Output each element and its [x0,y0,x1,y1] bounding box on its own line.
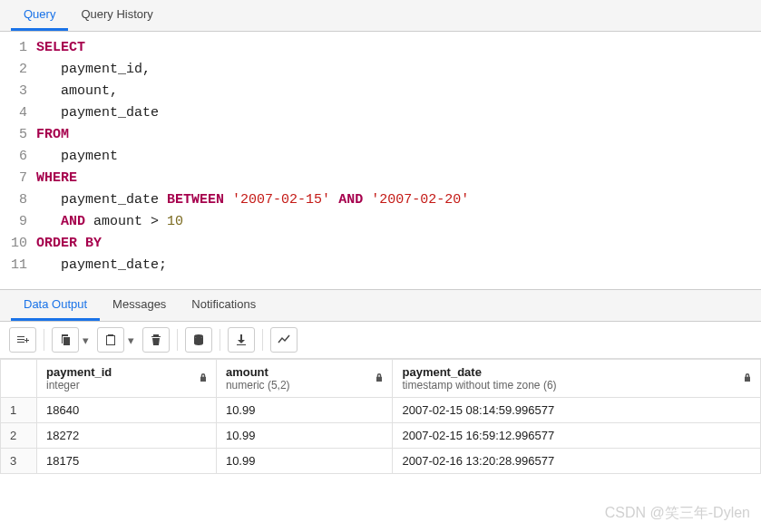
tab-query-history[interactable]: Query History [68,0,165,31]
row-number: 1 [1,398,37,423]
cell-payment_id[interactable]: 18640 [37,398,217,423]
results-header-row: payment_idintegeramountnumeric (5,2)paym… [1,360,761,398]
paste-button[interactable] [97,327,124,353]
code-area[interactable]: SELECT payment_id, amount, payment_dateF… [36,37,761,276]
download-icon [234,333,249,347]
results-table: payment_idintegeramountnumeric (5,2)paym… [0,359,761,474]
add-row-button[interactable] [9,327,36,353]
table-row[interactable]: 31817510.992007-02-16 13:20:28.996577 [1,449,761,474]
table-row[interactable]: 11864010.992007-02-15 08:14:59.996577 [1,398,761,423]
download-button[interactable] [228,327,255,353]
table-row[interactable]: 21827210.992007-02-15 16:59:12.996577 [1,423,761,449]
copy-button[interactable] [52,327,79,353]
results-toolbar: ▾ ▾ [0,322,761,359]
cell-payment_date[interactable]: 2007-02-15 08:14:59.996577 [393,398,761,423]
cell-amount[interactable]: 10.99 [216,449,393,474]
row-number: 2 [1,423,37,449]
add-row-icon [15,333,30,347]
cell-payment_id[interactable]: 18272 [37,423,217,449]
lock-icon [198,372,209,385]
cell-amount[interactable]: 10.99 [216,398,393,423]
lock-icon [374,372,385,385]
column-header-payment_date[interactable]: payment_datetimestamp without time zone … [393,360,761,398]
line-gutter: 1234567891011 [0,37,36,276]
column-header-payment_id[interactable]: payment_idinteger [37,360,217,398]
column-header-amount[interactable]: amountnumeric (5,2) [216,360,393,398]
cell-payment_date[interactable]: 2007-02-16 13:20:28.996577 [393,449,761,474]
results-body: 11864010.992007-02-15 08:14:59.996577218… [1,398,761,474]
chart-button[interactable] [270,327,298,353]
trash-icon [149,333,163,347]
copy-menu-chevron[interactable]: ▾ [79,334,92,347]
rownum-header [1,360,37,398]
cell-payment_date[interactable]: 2007-02-15 16:59:12.996577 [393,423,761,449]
chart-line-icon [277,333,291,347]
paste-icon [103,333,118,347]
database-icon [191,333,206,347]
copy-icon [58,333,73,347]
save-data-button[interactable] [185,327,212,353]
paste-menu-chevron[interactable]: ▾ [124,334,137,347]
editor-tabs: Query Query History [0,0,761,32]
result-tabs: Data Output Messages Notifications [0,289,761,322]
delete-button[interactable] [142,327,170,353]
cell-payment_id[interactable]: 18175 [37,449,217,474]
sql-editor[interactable]: 1234567891011 SELECT payment_id, amount,… [0,32,761,289]
cell-amount[interactable]: 10.99 [216,423,393,449]
tab-data-output[interactable]: Data Output [11,290,100,321]
svg-point-0 [194,334,203,338]
row-number: 3 [1,449,37,474]
tab-query[interactable]: Query [11,0,68,31]
tab-notifications[interactable]: Notifications [179,290,268,321]
tab-messages[interactable]: Messages [100,290,179,321]
lock-icon [742,372,753,385]
